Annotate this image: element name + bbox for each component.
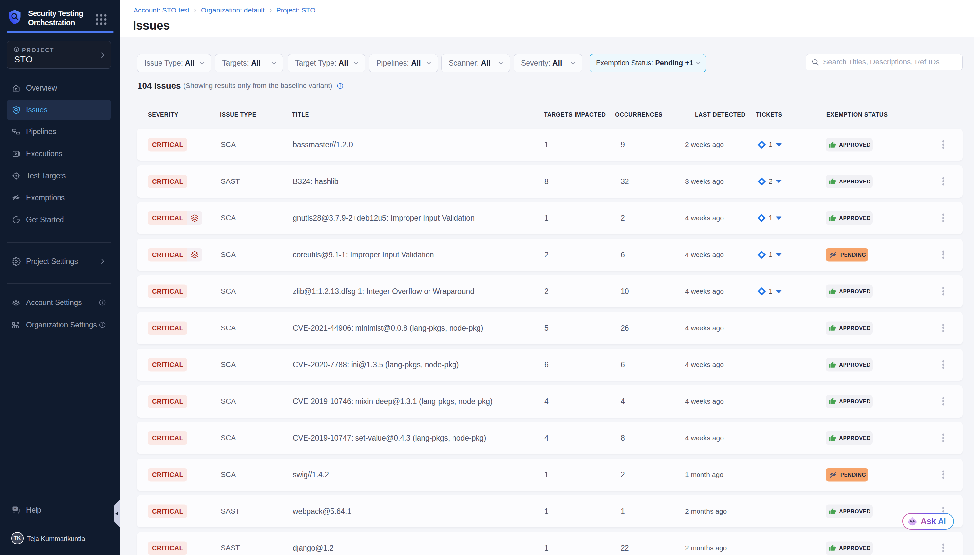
svg-text:?: ? bbox=[14, 507, 16, 511]
